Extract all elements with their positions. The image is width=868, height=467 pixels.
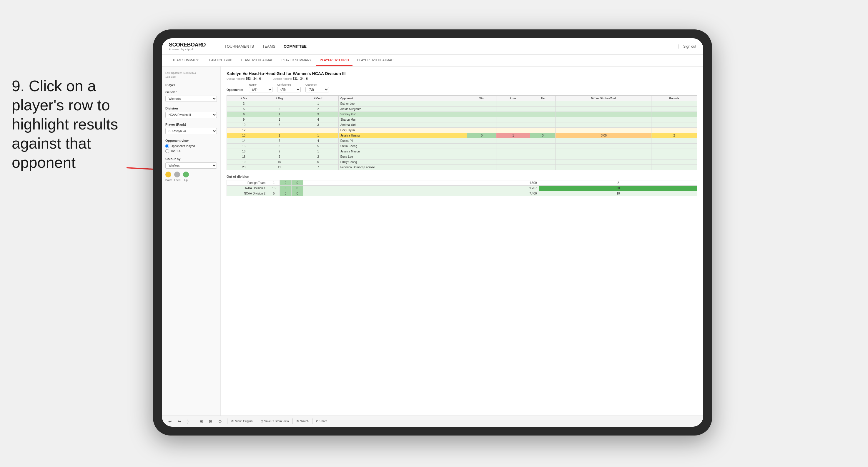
ood-row[interactable]: Foreign Team1004.5002 (227, 180, 698, 186)
colour-by-select[interactable]: Win/loss (165, 162, 217, 168)
col-rounds: Rounds (651, 96, 697, 101)
undo-button[interactable]: ↩ (166, 418, 174, 424)
conference-label: Conference (277, 83, 301, 86)
toolbar-divider-5 (312, 418, 312, 424)
logo-sub: Powered by clippd (169, 48, 215, 51)
top-nav-links: TOURNAMENTS TEAMS COMMITTEE (224, 43, 678, 50)
filter-region-group: Region (All) (249, 83, 273, 92)
table-row[interactable]: 613Sydney Kuo (227, 112, 698, 117)
toolbar-divider-2 (227, 418, 227, 424)
player-label: Player (165, 83, 217, 87)
tab-team-h2h-grid[interactable]: TEAM H2H GRID (204, 55, 236, 66)
filter-opponent-group: Opponent (All) (305, 83, 329, 92)
colour-down-label: Down (165, 179, 171, 182)
paste-button[interactable]: ⊟ (207, 418, 214, 424)
copy-button[interactable]: ⊞ (198, 418, 205, 424)
ood-table: Foreign Team1004.5002NAIA Division 11500… (226, 180, 698, 196)
table-row[interactable]: 1585Stella Cheng (227, 144, 698, 149)
col-loss: Loss (496, 96, 530, 101)
watch-btn[interactable]: 👁 Watch (296, 419, 309, 423)
toolbar-divider-1 (194, 418, 194, 424)
main-content: Last Updated: 27/03/2024 16:55:38 Player… (162, 66, 703, 415)
nav-teams[interactable]: TEAMS (262, 43, 275, 50)
grid-area: Katelyn Vo Head-to-Head Grid for Women's… (221, 66, 703, 415)
table-row[interactable]: 1822Euna Lee (227, 154, 698, 159)
colour-circles (165, 172, 217, 178)
region-filter[interactable]: (All) (249, 87, 273, 92)
logo: SCOREBOARD (169, 42, 206, 48)
colour-up-label: Up (183, 179, 189, 182)
player-rank-select[interactable]: 8. Katelyn Vo (165, 128, 217, 134)
bottom-toolbar: ↩ ↪ ⟩ ⊞ ⊟ ⊙ 👁 View: Original ⊡ Save Cust… (162, 415, 703, 427)
table-row[interactable]: 1311Jessica Huang010-3.002 (227, 133, 698, 138)
gender-label: Gender (165, 90, 217, 94)
colour-up (183, 172, 189, 178)
opponent-filter[interactable]: (All) (305, 87, 329, 92)
table-row[interactable]: 20117Federica Domecq Lacroze (227, 165, 698, 170)
tab-team-h2h-heatmap[interactable]: TEAM H2H HEATMAP (237, 55, 277, 66)
tablet-frame: SCOREBOARD Powered by clippd TOURNAMENTS… (153, 29, 712, 436)
opponent-view-label: Opponent view (165, 139, 217, 143)
player-rank-label: Player (Rank) (165, 123, 217, 126)
colour-down (165, 172, 171, 178)
division-record: Division Record: 331 - 34 - 6 (273, 77, 308, 80)
settings-button[interactable]: ⊙ (217, 418, 224, 424)
col-diff: Diff Av Strokes/Rnd (556, 96, 651, 101)
save-icon: ⊡ (261, 419, 263, 423)
ood-row[interactable]: NCAA Division 25007.40010 (227, 191, 698, 196)
grid-header: Katelyn Vo Head-to-Head Grid for Women's… (226, 71, 698, 92)
redo-button[interactable]: ↪ (176, 418, 183, 424)
ood-row[interactable]: NAIA Division 115009.26730 (227, 186, 698, 191)
tab-team-summary[interactable]: TEAM SUMMARY (169, 55, 203, 66)
last-updated: Last Updated: 27/03/2024 16:55:38 (165, 71, 217, 79)
h2h-table: # Div # Reg # Conf Opponent Win Loss Tie… (226, 95, 698, 170)
table-row[interactable]: 914Sharon Mun (227, 117, 698, 122)
col-div: # Div (227, 96, 261, 101)
forward-button[interactable]: ⟩ (185, 418, 190, 424)
table-row[interactable]: 1063Andrea York (227, 122, 698, 128)
out-of-division-label: Out of division (226, 175, 698, 178)
radio-top-100[interactable]: Top 100 (165, 149, 217, 153)
tab-player-h2h-heatmap[interactable]: PLAYER H2H HEATMAP (354, 55, 397, 66)
gender-select[interactable]: Women's (165, 96, 217, 102)
table-row[interactable]: 19106Emily Chang (227, 159, 698, 165)
colour-by-label: Colour by (165, 157, 217, 161)
overall-record: Overall Record: 353 - 34 - 6 (226, 77, 261, 80)
nav-committee[interactable]: COMMITTEE (284, 43, 307, 50)
radio-opponents-played[interactable]: Opponents Played (165, 144, 217, 148)
save-custom-btn[interactable]: ⊡ Save Custom View (261, 419, 289, 423)
col-win: Win (467, 96, 496, 101)
colour-section: Colour by Win/loss Down Level Up (165, 157, 217, 182)
col-tie: Tie (530, 96, 556, 101)
table-row[interactable]: 12Heeji Hyun (227, 128, 698, 133)
grid-records: Overall Record: 353 - 34 - 6 Division Re… (226, 77, 698, 80)
out-of-division: Out of division Foreign Team1004.5002NAI… (226, 175, 698, 196)
nav-tournaments[interactable]: TOURNAMENTS (224, 43, 254, 50)
division-select[interactable]: NCAA Division III (165, 112, 217, 118)
tab-player-h2h-grid[interactable]: PLAYER H2H GRID (316, 55, 352, 66)
share-icon: ⊏ (316, 419, 318, 423)
sub-nav: TEAM SUMMARY TEAM H2H GRID TEAM H2H HEAT… (162, 55, 703, 66)
annotation-text: 9. Click on a player's row to highlight … (12, 76, 126, 172)
view-icon: 👁 (231, 419, 234, 423)
toolbar-divider-4 (292, 418, 293, 424)
table-row[interactable]: 1474Eunice Yi (227, 138, 698, 144)
share-btn[interactable]: ⊏ Share (316, 419, 328, 423)
opponent-label: Opponent (305, 83, 329, 86)
col-reg: # Reg (261, 96, 298, 101)
top-nav: SCOREBOARD Powered by clippd TOURNAMENTS… (162, 38, 703, 55)
toolbar-divider-3 (257, 418, 257, 424)
table-row[interactable]: 31Esther Lee (227, 101, 698, 106)
view-original-btn[interactable]: 👁 View: Original (231, 419, 253, 423)
tablet-screen: SCOREBOARD Powered by clippd TOURNAMENTS… (162, 38, 703, 427)
filters-row: Opponents: Region (All) Conference (All) (226, 83, 698, 92)
region-label: Region (249, 83, 273, 86)
conference-filter[interactable]: (All) (277, 87, 301, 92)
tab-player-summary[interactable]: PLAYER SUMMARY (278, 55, 315, 66)
col-conf: # Conf (298, 96, 338, 101)
colour-labels: Down Level Up (165, 179, 217, 182)
watch-icon: 👁 (296, 419, 299, 423)
table-row[interactable]: 1691Jessica Mason (227, 149, 698, 154)
sign-out-button[interactable]: Sign out (678, 44, 696, 49)
table-row[interactable]: 522Alexis Sudjianto (227, 106, 698, 112)
